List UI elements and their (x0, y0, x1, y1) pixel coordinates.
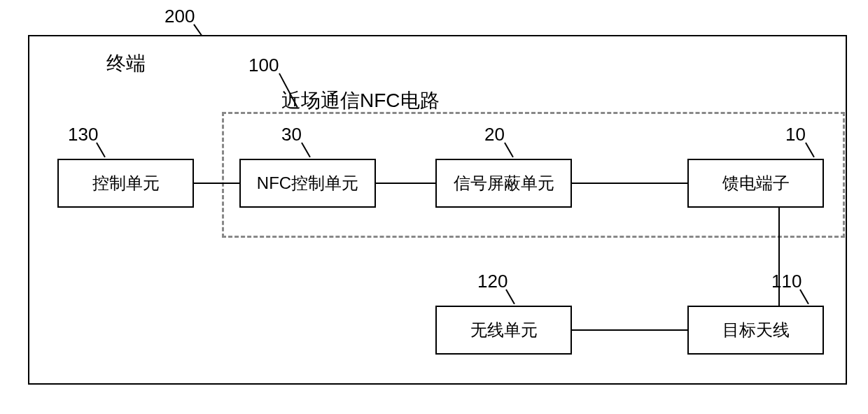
wireless-unit-block: 无线单元 (435, 306, 572, 355)
connector-control-nfc (194, 183, 239, 184)
connector-shield-feed (572, 183, 687, 184)
ref-130: 130 (68, 124, 98, 145)
target-antenna-text: 目标天线 (722, 319, 790, 341)
nfc-circuit-title: 近场通信NFC电路 (281, 87, 440, 114)
leader-120 (505, 290, 514, 305)
wireless-unit-text: 无线单元 (470, 319, 538, 341)
leader-110 (799, 290, 808, 305)
nfc-control-unit-text: NFC控制单元 (257, 172, 358, 194)
ref-100: 100 (248, 55, 279, 76)
ref-20: 20 (484, 124, 505, 145)
ref-110: 110 (771, 271, 802, 292)
leader-130 (96, 143, 105, 158)
terminal-container: 终端 近场通信NFC电路 控制单元 NFC控制单元 信号屏蔽单元 馈电端子 无线… (28, 35, 847, 385)
feed-terminal-block: 馈电端子 (687, 159, 824, 208)
ref-120: 120 (477, 271, 507, 292)
feed-terminal-text: 馈电端子 (722, 172, 790, 194)
target-antenna-block: 目标天线 (687, 306, 824, 355)
control-unit-block: 控制单元 (57, 159, 194, 208)
control-unit-text: 控制单元 (92, 172, 160, 194)
nfc-control-unit-block: NFC控制单元 (239, 159, 376, 208)
ref-200: 200 (164, 6, 195, 27)
connector-feed-antenna (778, 208, 780, 306)
signal-shield-unit-text: 信号屏蔽单元 (454, 172, 554, 194)
ref-10: 10 (785, 124, 806, 145)
terminal-label: 终端 (106, 50, 146, 77)
ref-30: 30 (281, 124, 302, 145)
connector-wireless-antenna (572, 329, 687, 331)
signal-shield-unit-block: 信号屏蔽单元 (435, 159, 572, 208)
connector-nfc-shield (376, 183, 435, 184)
